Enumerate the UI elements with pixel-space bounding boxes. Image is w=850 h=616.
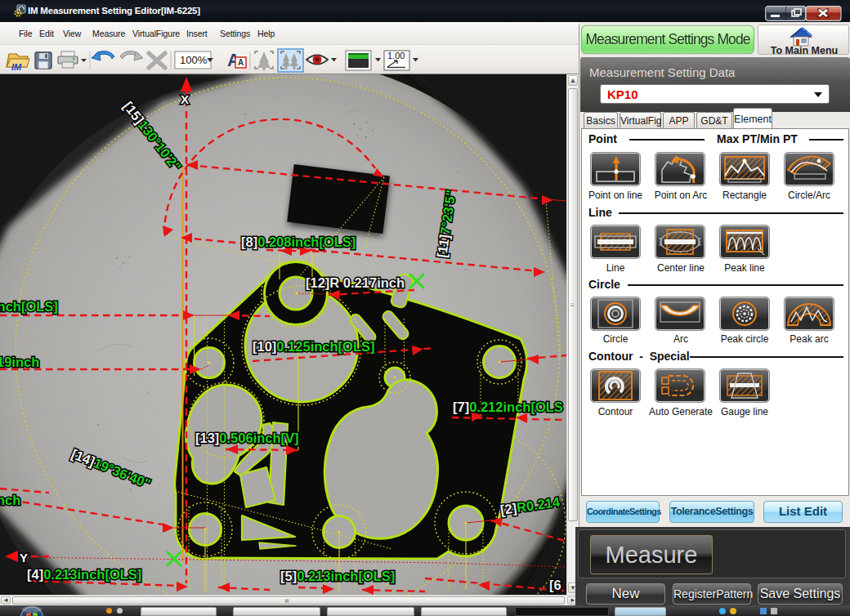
svg-text:[5]0.213inch[OLS]: [5]0.213inch[OLS] [280, 569, 395, 583]
svg-text:X: X [181, 92, 189, 106]
svg-text:A: A [238, 58, 244, 67]
svg-text:[12]R 0.217inch: [12]R 0.217inch [306, 275, 405, 290]
svg-text:[10]0.125inch[OLS]: [10]0.125inch[OLS] [253, 339, 374, 354]
svg-text:1.00: 1.00 [387, 51, 405, 60]
svg-text:100%: 100% [180, 54, 208, 66]
svg-text:[13]0.506inch[V]: [13]0.506inch[V] [195, 431, 299, 445]
svg-text:inch[OLS]: inch[OLS] [0, 299, 58, 314]
svg-text:[6: [6 [549, 578, 561, 592]
svg-text:[7]0.212inch[OLS: [7]0.212inch[OLS [453, 400, 563, 414]
svg-text:Y: Y [20, 551, 28, 565]
svg-text:IM: IM [11, 62, 22, 72]
svg-text:[8]0.208inch[OLS]: [8]0.208inch[OLS] [241, 234, 356, 249]
svg-text:nch: nch [0, 493, 20, 507]
svg-text:19inch: 19inch [0, 355, 39, 369]
svg-text:[4]0.213inch[OLS]: [4]0.213inch[OLS] [27, 567, 141, 582]
